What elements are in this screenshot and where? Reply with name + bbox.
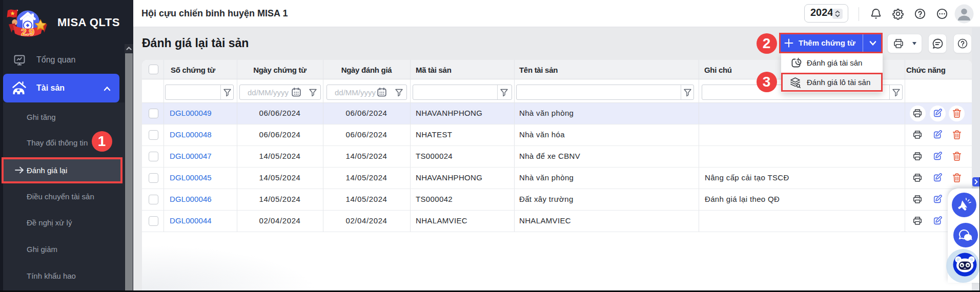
svg-text:2.9: 2.9 bbox=[21, 27, 34, 37]
